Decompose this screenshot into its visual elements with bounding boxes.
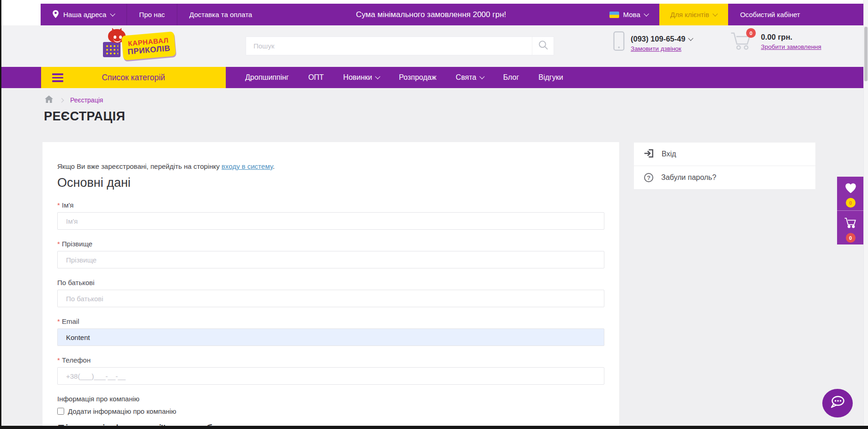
sidebar-item-login[interactable]: Вхід — [634, 143, 815, 166]
login-page-link[interactable]: входу в систему — [222, 162, 273, 170]
registration-form-card: Якщо Ви вже зареєстровані, перейдіть на … — [42, 142, 619, 429]
floating-side-panel: 0 0 — [837, 177, 864, 244]
search-bar — [246, 36, 554, 55]
wishlist-widget[interactable]: 0 — [837, 177, 864, 210]
home-icon[interactable] — [45, 95, 53, 105]
first-name-input[interactable] — [57, 212, 604, 230]
cart-icon — [730, 45, 753, 53]
hamburger-menu-icon — [52, 73, 63, 82]
our-address-label: Наша адреса — [63, 11, 106, 18]
nav-item-sale[interactable]: Розпродаж — [399, 73, 436, 82]
language-selector[interactable]: Мова — [598, 4, 659, 25]
categories-list-button[interactable]: Список категорій — [41, 67, 226, 88]
for-clients-label: Для клієнтів — [670, 11, 709, 18]
gift-box-icon — [103, 42, 121, 57]
question-mark-icon: ? — [644, 173, 653, 182]
first-name-label: Ім'я — [57, 201, 604, 209]
email-label: Email — [57, 317, 604, 325]
search-icon — [538, 40, 548, 52]
phone-number-dropdown[interactable]: (093) 109-65-49 — [631, 35, 693, 43]
chevron-down-icon — [644, 11, 649, 16]
nav-links: Дропшиппінг ОПТ Новинки Розпродаж Свята … — [245, 67, 563, 88]
chevron-down-icon — [375, 74, 380, 79]
content-area: Реєстрація РЕЄСТРАЦІЯ Якщо Ви вже зареєс… — [1, 88, 864, 429]
patronymic-label: По батькові — [57, 279, 604, 286]
search-input[interactable] — [246, 37, 554, 55]
about-us-link[interactable]: Про нас — [127, 4, 177, 25]
login-icon — [644, 149, 654, 160]
personal-cabinet-link[interactable]: Особистий кабінет — [728, 4, 812, 25]
delivery-payment-link[interactable]: Доставка та оплата — [177, 4, 264, 25]
nav-item-novelties[interactable]: Новинки — [343, 73, 380, 82]
form-row-last-name: Прізвище — [57, 240, 604, 268]
account-sidebar: Вхід ? Забули пароль? — [634, 143, 815, 189]
for-clients-menu[interactable]: Для клієнтів — [659, 4, 728, 25]
location-pin-icon — [53, 10, 59, 19]
company-info-label: Інформація про компанію — [57, 395, 604, 403]
login-label: Вхід — [662, 150, 676, 158]
ukraine-flag-icon — [609, 12, 619, 18]
chevron-down-icon — [110, 11, 115, 16]
forgot-password-label: Забули пароль? — [661, 173, 716, 182]
form-row-first-name: Ім'я — [57, 201, 604, 230]
chevron-down-icon — [712, 11, 717, 16]
chevron-down-icon — [688, 36, 693, 41]
chat-widget-button[interactable] — [822, 389, 853, 417]
chevron-down-icon — [479, 74, 484, 79]
logo-badge: КАРНАВАЛ ПРИКОЛІВ — [121, 31, 176, 60]
personal-cabinet-label: Особистий кабінет — [740, 11, 800, 18]
company-checkbox-label: Додати інформацію про компанію — [68, 407, 176, 415]
our-address-menu[interactable]: Наша адреса — [41, 4, 127, 25]
cart-icon — [844, 216, 857, 231]
intro-text: Якщо Ви вже зареєстровані, перейдіть на … — [57, 162, 604, 170]
make-order-link[interactable]: Зробити замовлення — [761, 43, 821, 50]
delivery-payment-label: Доставка та оплата — [189, 11, 252, 18]
screenshot-left-edge — [0, 0, 1, 429]
topbar: Наша адреса Про нас Доставка та оплата С… — [41, 4, 864, 25]
nav-item-dropshipping[interactable]: Дропшиппінг — [245, 73, 289, 82]
page-scrollbar[interactable] — [863, 0, 868, 429]
email-field[interactable] — [57, 328, 604, 346]
cart-widget[interactable]: 0 — [837, 210, 864, 244]
form-row-email: Email — [57, 317, 604, 346]
cart-count-badge: 0 — [746, 28, 756, 38]
phone-number: (093) 109-65-49 — [631, 35, 685, 43]
form-row-phone: Телефон — [57, 356, 604, 385]
nav-item-reviews[interactable]: Відгуки — [538, 73, 563, 82]
site-logo[interactable]: КАРНАВАЛ ПРИКОЛІВ — [99, 26, 175, 63]
min-order-notice: Сума мінімального замовлення 2000 грн! — [356, 4, 506, 25]
page-title: РЕЄСТРАЦІЯ — [44, 109, 125, 124]
language-label: Мова — [623, 11, 640, 18]
patronymic-input[interactable] — [57, 290, 604, 307]
breadcrumb-separator-icon — [60, 98, 64, 102]
nav-item-blog[interactable]: Блог — [503, 73, 519, 82]
phone-block: (093) 109-65-49 Замовити дзвінок — [613, 31, 693, 53]
screenshot-bottom-edge — [0, 426, 868, 429]
sidebar-item-forgot-password[interactable]: ? Забули пароль? — [634, 166, 815, 189]
nav-item-holidays[interactable]: Свята — [456, 73, 484, 82]
topbar-left-group: Наша адреса Про нас Доставка та оплата — [41, 4, 264, 25]
form-row-patronymic: По батькові — [57, 279, 604, 307]
cart-block[interactable]: 0 0.00 грн. Зробити замовлення — [730, 30, 821, 53]
header: КАРНАВАЛ ПРИКОЛІВ (093) 109-65-49 За — [1, 25, 864, 67]
heart-icon — [844, 182, 857, 196]
topbar-right-group: Мова Для клієнтів Особистий кабінет — [598, 4, 864, 25]
page: Наша адреса Про нас Доставка та оплата С… — [0, 0, 868, 429]
company-info-checkbox-row[interactable]: Додати інформацію про компанію — [57, 407, 604, 415]
company-info-checkbox[interactable] — [57, 408, 64, 415]
last-name-input[interactable] — [57, 251, 604, 268]
search-button[interactable] — [532, 37, 554, 55]
chat-bubble-icon — [829, 395, 846, 411]
phone-label: Телефон — [57, 356, 604, 364]
breadcrumb: Реєстрація — [45, 95, 103, 105]
mobile-phone-icon — [613, 31, 625, 53]
breadcrumb-current[interactable]: Реєстрація — [70, 96, 103, 104]
wishlist-count-badge: 0 — [846, 198, 856, 208]
section-heading: Основні дані — [57, 176, 604, 190]
phone-input[interactable] — [57, 367, 604, 385]
last-name-label: Прізвище — [57, 240, 604, 248]
order-call-link[interactable]: Замовити дзвінок — [631, 45, 693, 52]
nav-item-opt[interactable]: ОПТ — [308, 73, 324, 82]
main-navigation: Список категорій Дропшиппінг ОПТ Новинки… — [1, 67, 864, 88]
scrollbar-thumb[interactable] — [864, 27, 868, 81]
